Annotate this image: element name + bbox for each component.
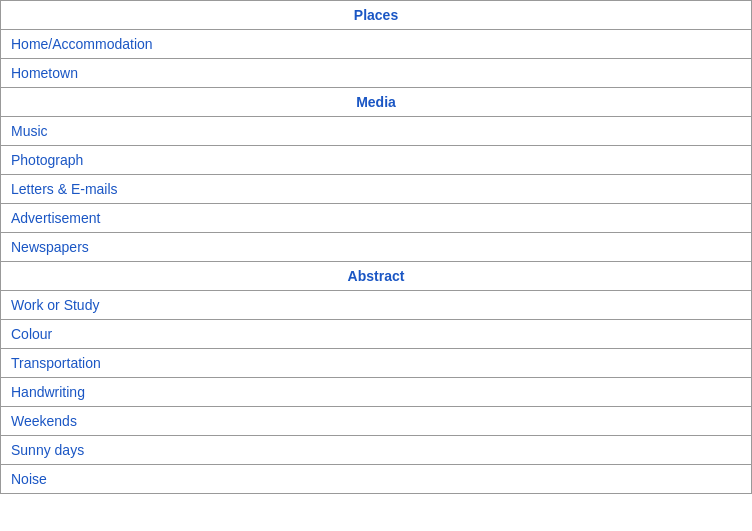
table-row: Home/Accommodation — [1, 30, 752, 59]
list-item: Work or Study — [1, 291, 752, 320]
section-header-places: Places — [1, 1, 752, 30]
table-row: Hometown — [1, 59, 752, 88]
list-item: Weekends — [1, 407, 752, 436]
table-row: Sunny days — [1, 436, 752, 465]
table-row: Letters & E-mails — [1, 175, 752, 204]
section-header-abstract: Abstract — [1, 262, 752, 291]
table-row: Photograph — [1, 146, 752, 175]
list-item: Hometown — [1, 59, 752, 88]
list-item: Colour — [1, 320, 752, 349]
table-row: Colour — [1, 320, 752, 349]
table-row: Handwriting — [1, 378, 752, 407]
list-item: Music — [1, 117, 752, 146]
content-table: PlacesHome/AccommodationHometownMediaMus… — [0, 0, 752, 494]
list-item: Sunny days — [1, 436, 752, 465]
table-row: Advertisement — [1, 204, 752, 233]
table-row: Weekends — [1, 407, 752, 436]
list-item: Photograph — [1, 146, 752, 175]
list-item: Home/Accommodation — [1, 30, 752, 59]
list-item: Transportation — [1, 349, 752, 378]
table-row: Newspapers — [1, 233, 752, 262]
list-item: Handwriting — [1, 378, 752, 407]
list-item: Noise — [1, 465, 752, 494]
table-row: Transportation — [1, 349, 752, 378]
table-row: Noise — [1, 465, 752, 494]
table-row: Music — [1, 117, 752, 146]
table-row: Work or Study — [1, 291, 752, 320]
section-header-media: Media — [1, 88, 752, 117]
list-item: Newspapers — [1, 233, 752, 262]
list-item: Letters & E-mails — [1, 175, 752, 204]
list-item: Advertisement — [1, 204, 752, 233]
